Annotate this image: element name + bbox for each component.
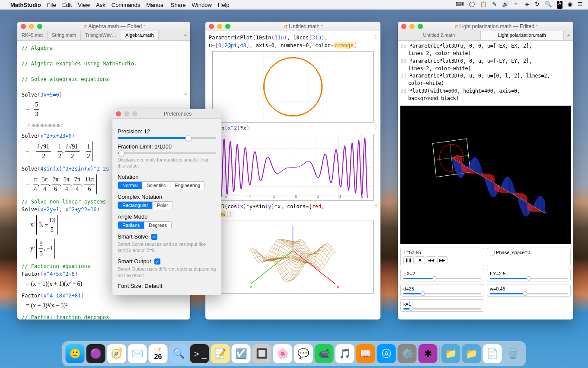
seg-normal[interactable]: Normal [118, 182, 142, 189]
menu-help[interactable]: Help [218, 2, 230, 8]
pause-button[interactable]: ❚❚ [403, 256, 414, 264]
app-menu[interactable]: MathStudio [10, 2, 41, 8]
maximize-button[interactable] [418, 24, 423, 29]
battery-icon[interactable]: ⌨︎ [456, 1, 464, 9]
editor[interactable]: 1ParametricPlot(10sin(31u), 10cos(31u), … [205, 31, 380, 298]
d-slider[interactable]: d=25 [400, 284, 484, 297]
close-button[interactable] [209, 24, 214, 29]
titlebar[interactable]: σ Algebra.math — Edited ˅ [17, 22, 190, 31]
timemachine-icon[interactable]: ↻ [535, 1, 540, 9]
seg-radians[interactable]: Radians [118, 222, 144, 229]
dock-calendar[interactable]: 11月26 [149, 344, 168, 363]
clipboard-icon[interactable]: 📋 [480, 1, 487, 9]
titlebar[interactable]: σ Untitled.math ˅ [205, 22, 380, 31]
dock-sysprefs[interactable]: ⚙️ [398, 344, 417, 363]
dock-messages[interactable]: 💬 [294, 344, 313, 363]
smartoutput-checkbox[interactable]: ✓ [154, 258, 160, 265]
complex-segmented[interactable]: Rectangular Polar [118, 201, 173, 209]
tab-untitled2[interactable]: Untitled 2.math [398, 31, 481, 40]
tab-add-button[interactable]: + [564, 31, 573, 40]
menu-share[interactable]: Share [171, 2, 186, 8]
dock-ibooks[interactable]: 📖 [356, 344, 375, 363]
ex-slider[interactable]: EX=2 [400, 269, 484, 281]
close-button[interactable] [21, 24, 26, 29]
dock-finder[interactable]: 🙂 [66, 344, 85, 363]
notification-icon[interactable]: ☰ [578, 1, 583, 9]
minimize-button[interactable] [124, 111, 129, 116]
dock-terminal[interactable]: ＞_ [190, 344, 209, 363]
titlebar[interactable]: Preferences [112, 109, 221, 119]
dock-appstore[interactable]: Ⓐ [377, 344, 396, 363]
svg-text:x: x [249, 284, 252, 290]
tab-rk45[interactable]: RK45.mat [17, 31, 48, 40]
menu-ask[interactable]: Ask [96, 2, 105, 8]
notation-segmented[interactable]: Normal Scientific Engineering [118, 181, 205, 189]
phasespace-control[interactable]: Phase_space=0 [487, 248, 571, 266]
close-button[interactable] [116, 111, 121, 116]
stop-button[interactable]: ■ [415, 256, 425, 264]
code-line: 2:(sin(x^2)*x) [209, 124, 377, 132]
tab-add-button[interactable]: + [181, 31, 190, 40]
seg-engineering[interactable]: Engineering [170, 182, 205, 189]
dock-notes[interactable]: 📝 [211, 344, 230, 363]
minimize-button[interactable] [409, 24, 415, 29]
menu-commands[interactable]: Commands [112, 2, 140, 8]
editor[interactable]: 35 ParametricPlot3D(u, 0, 0, u=[-EX, EX,… [398, 41, 573, 104]
dock-folder[interactable]: 📁 [462, 344, 481, 363]
menubar-right: ⌨︎ ⓘ 📋 ✎ 🔊 ᯤ ⚹ ↻ 🔍 A ◉ ☰ [456, 1, 583, 9]
dock-doc[interactable]: 📄 [483, 344, 502, 363]
tab-algebra[interactable]: Algebra.math [121, 31, 158, 40]
seg-scientific[interactable]: Scientific [142, 182, 170, 189]
dock-mail[interactable]: ✉️ [128, 344, 147, 363]
minimize-button[interactable] [29, 24, 34, 29]
dock-preview[interactable]: 🔍 [169, 344, 189, 363]
dock-downloads[interactable]: 📁 [441, 344, 460, 363]
dock-trash[interactable]: 🗑️ [504, 344, 523, 363]
info-icon[interactable]: ⓘ [469, 1, 475, 9]
fraclimit-slider[interactable] [118, 152, 216, 154]
fraclimit-help: Displays decimals for numbers smaller th… [118, 157, 216, 169]
menu-edit[interactable]: Edit [62, 2, 72, 8]
minimize-button[interactable] [217, 24, 222, 29]
code-line: background=black) [400, 95, 571, 102]
k-slider[interactable]: k=1 [400, 299, 484, 312]
dock-facetime[interactable]: 📹 [315, 344, 334, 363]
bluetooth-icon[interactable]: ⚹ [525, 1, 530, 9]
menu-window[interactable]: Window [192, 2, 212, 8]
dock-itunes[interactable]: 🎵 [336, 344, 355, 363]
menu-manual[interactable]: Manual [146, 2, 165, 8]
maximize-button[interactable] [132, 111, 137, 116]
volume-icon[interactable]: 🔊 [502, 1, 509, 9]
rewind-button[interactable]: ◀◀ [426, 256, 436, 264]
angle-segmented[interactable]: Radians Degrees [118, 221, 172, 229]
smartsolve-checkbox[interactable]: ✓ [151, 234, 157, 240]
seg-degrees[interactable]: Degrees [144, 222, 171, 229]
tab-string[interactable]: String.math [48, 31, 81, 40]
precision-slider[interactable] [118, 137, 216, 139]
dock-mathstudio[interactable]: ✱ [419, 344, 438, 363]
dock-photos[interactable]: 🌸 [273, 344, 292, 363]
menu-file[interactable]: File [47, 2, 56, 8]
close-button[interactable] [401, 24, 406, 29]
spotlight-icon[interactable]: 🔍 [545, 1, 552, 9]
tab-lightpol[interactable]: Light polarization.math [481, 31, 564, 40]
sync-icon[interactable]: ◉ [568, 1, 572, 9]
titlebar[interactable]: σ Light polarization.math — Edited ˅ [398, 22, 573, 31]
maximize-button[interactable] [37, 24, 42, 29]
pencil-icon[interactable]: ✎ [492, 1, 497, 9]
input-icon[interactable]: A [557, 1, 562, 9]
seg-rectangular[interactable]: Rectangular [118, 202, 153, 209]
maximize-button[interactable] [225, 24, 230, 29]
window-title: Preferences [137, 111, 218, 117]
dock-siri[interactable]: 🟣 [86, 344, 105, 363]
wifi-icon[interactable]: ᯤ [514, 1, 520, 9]
w-slider[interactable]: w=0.45 [487, 284, 571, 297]
menu-view[interactable]: View [78, 2, 90, 8]
dock-reminders[interactable]: ☑️ [232, 344, 251, 363]
seg-polar[interactable]: Polar [153, 202, 173, 209]
forward-button[interactable]: ▶▶ [437, 256, 447, 264]
ey-slider[interactable]: EY=2.5 [487, 269, 571, 281]
tab-triangle[interactable]: TriangleWav… [81, 31, 121, 40]
dock-launchpad[interactable]: 🔲 [252, 344, 272, 363]
dock-safari[interactable]: 🧭 [107, 344, 126, 363]
